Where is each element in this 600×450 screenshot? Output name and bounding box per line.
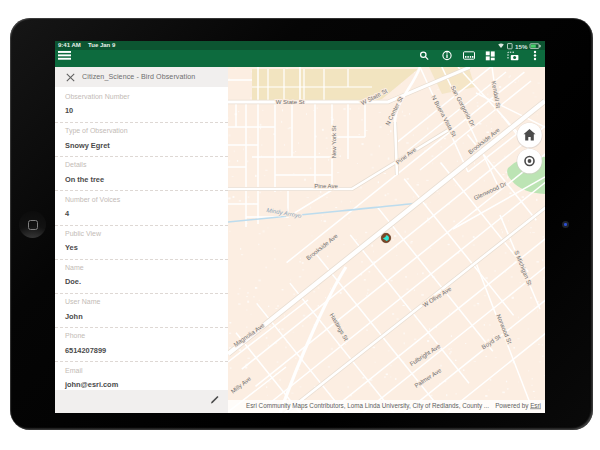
- svg-text:W State St: W State St: [276, 99, 305, 105]
- svg-text:Pine Ave: Pine Ave: [314, 183, 338, 189]
- svg-text:Esri Community Maps Contributo: Esri Community Maps Contributors, Loma L…: [246, 402, 489, 410]
- svg-text:New York St: New York St: [331, 125, 337, 158]
- svg-text:Powered by Esri: Powered by Esri: [495, 402, 541, 410]
